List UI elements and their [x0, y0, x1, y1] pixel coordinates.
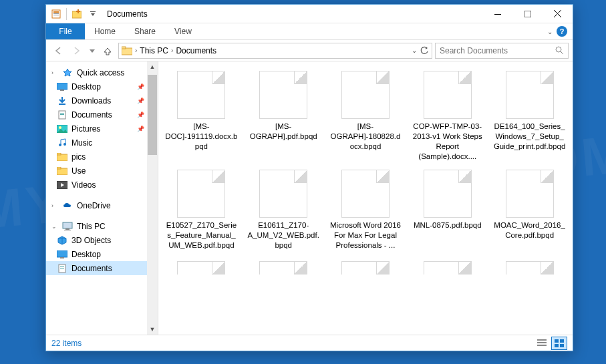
- svg-rect-13: [57, 83, 67, 89]
- ribbon: File Home Share View ⌄ ?: [46, 23, 573, 40]
- sidebar-item-desktop[interactable]: Desktop 📌: [46, 79, 158, 94]
- pc-icon: [62, 221, 73, 232]
- sidebar-item-downloads[interactable]: Downloads 📌: [46, 94, 158, 108]
- file-item[interactable]: MNL-0875.pdf.bpqd: [407, 167, 488, 253]
- close-button[interactable]: [543, 5, 573, 23]
- file-item[interactable]: DE164_100_Series_Windows_7_Setup_Guide_p…: [489, 68, 570, 164]
- file-item[interactable]: [MS-OGRAPH]-180828.docx.bpqd: [325, 68, 406, 164]
- file-icon: [177, 71, 225, 119]
- breadcrumb-this-pc[interactable]: This PC: [140, 46, 168, 55]
- forward-button[interactable]: [69, 43, 85, 59]
- tab-share[interactable]: Share: [125, 23, 165, 39]
- sidebar-scrollbar[interactable]: ▲ ▼: [147, 61, 158, 335]
- folder-icon: [122, 45, 132, 56]
- svg-rect-42: [560, 344, 564, 347]
- sidebar-item-label: Documents: [71, 264, 112, 273]
- file-icon: [424, 261, 472, 275]
- sidebar-item-music[interactable]: Music: [46, 136, 158, 150]
- desktop-icon: [57, 81, 67, 92]
- file-item[interactable]: [243, 258, 324, 277]
- ribbon-expand-icon[interactable]: ⌄: [547, 28, 553, 35]
- svg-rect-29: [65, 228, 69, 230]
- svg-rect-3: [53, 15, 59, 15]
- sidebar-item-label: Music: [71, 138, 92, 148]
- svg-point-20: [59, 126, 61, 129]
- scrollbar-thumb[interactable]: [148, 75, 157, 155]
- file-label: COP-WFP-TMP-03-2013-v1 Work Steps Report…: [411, 122, 484, 162]
- file-label: Microsoft Word 2016 For Max For Legal Pr…: [329, 220, 402, 250]
- file-item[interactable]: COP-WFP-TMP-03-2013-v1 Work Steps Report…: [407, 68, 488, 164]
- sidebar-quick-access[interactable]: › Quick access: [46, 65, 158, 79]
- file-item[interactable]: E10611_Z170-A_UM_V2_WEB.pdf.bpqd: [243, 167, 324, 253]
- properties-icon[interactable]: [49, 7, 63, 21]
- svg-rect-1: [53, 11, 59, 13]
- titlebar: Documents: [46, 5, 573, 23]
- svg-rect-6: [76, 11, 80, 12]
- file-icon: [424, 170, 472, 218]
- file-item[interactable]: MOAC_Word_2016_Core.pdf.bpqd: [489, 167, 570, 253]
- breadcrumb-documents[interactable]: Documents: [176, 46, 216, 55]
- minimize-button[interactable]: [482, 5, 512, 23]
- address-bar[interactable]: › This PC › Documents ⌄: [118, 43, 432, 59]
- sidebar-item-desktop-pc[interactable]: Desktop: [46, 247, 158, 261]
- qat-dropdown-icon[interactable]: [86, 7, 100, 21]
- file-item[interactable]: [MS-DOC]-191119.docx.bpqd: [161, 68, 242, 164]
- svg-rect-24: [57, 153, 61, 155]
- file-icon: [177, 261, 225, 275]
- refresh-icon[interactable]: [420, 46, 429, 55]
- sidebar-item-label: Videos: [71, 180, 96, 190]
- svg-rect-31: [57, 250, 67, 257]
- sidebar-item-videos[interactable]: Videos: [46, 178, 158, 192]
- svg-rect-30: [64, 230, 71, 230]
- address-dropdown-icon[interactable]: ⌄: [412, 47, 417, 54]
- file-item[interactable]: [489, 258, 570, 277]
- chevron-right-icon[interactable]: ›: [135, 47, 137, 54]
- chevron-right-icon[interactable]: ›: [171, 47, 173, 54]
- scroll-down-icon[interactable]: ▼: [147, 324, 158, 335]
- search-input[interactable]: [440, 46, 551, 55]
- file-item[interactable]: [407, 258, 488, 277]
- svg-rect-26: [57, 167, 61, 169]
- file-tab[interactable]: File: [46, 23, 85, 39]
- file-item[interactable]: [MS-OGRAPH].pdf.bpqd: [243, 68, 324, 164]
- pin-icon: 📌: [137, 83, 144, 90]
- sidebar-onedrive[interactable]: › OneDrive: [46, 198, 158, 212]
- svg-rect-40: [560, 339, 564, 343]
- maximize-button[interactable]: [512, 5, 543, 23]
- 3d-icon: [57, 235, 67, 246]
- svg-rect-36: [537, 339, 547, 341]
- scroll-up-icon[interactable]: ▲: [147, 61, 158, 72]
- sidebar-item-pictures[interactable]: Pictures 📌: [46, 122, 158, 136]
- file-item[interactable]: [161, 258, 242, 277]
- sidebar-item-3d-objects[interactable]: 3D Objects: [46, 233, 158, 247]
- sidebar-item-documents-pc[interactable]: Documents: [46, 261, 158, 275]
- file-item[interactable]: Microsoft Word 2016 For Max For Legal Pr…: [325, 167, 406, 253]
- sidebar-label: Quick access: [77, 68, 124, 77]
- file-item[interactable]: E10527_Z170_Series_Feature_Manual_UM_WEB…: [161, 167, 242, 253]
- file-label: MNL-0875.pdf.bpqd: [414, 220, 482, 230]
- back-button[interactable]: [50, 43, 66, 59]
- sidebar-item-documents[interactable]: Documents 📌: [46, 108, 158, 122]
- file-item[interactable]: [325, 258, 406, 277]
- view-icons-button[interactable]: [551, 337, 567, 350]
- downloads-icon: [57, 96, 67, 106]
- view-details-button[interactable]: [534, 337, 550, 350]
- sidebar-this-pc[interactable]: ⌄ This PC: [46, 219, 158, 233]
- explorer-window: Documents File Home Share View ⌄ ? › Thi…: [45, 4, 573, 351]
- up-button[interactable]: [100, 43, 116, 59]
- sidebar-item-label: Downloads: [71, 96, 111, 106]
- sidebar-item-use[interactable]: Use: [46, 164, 158, 178]
- tab-home[interactable]: Home: [85, 23, 125, 39]
- sidebar-label: OneDrive: [77, 201, 111, 210]
- pin-icon: 📌: [137, 98, 144, 104]
- sidebar-item-pics[interactable]: pics: [46, 150, 158, 164]
- file-label: [MS-OGRAPH]-180828.docx.bpqd: [329, 122, 402, 152]
- recent-dropdown-icon[interactable]: [88, 43, 97, 59]
- search-box[interactable]: [435, 43, 569, 59]
- new-folder-icon[interactable]: [69, 7, 84, 21]
- help-icon[interactable]: ?: [557, 26, 567, 37]
- file-icon: [259, 261, 307, 275]
- address-bar-row: › This PC › Documents ⌄: [46, 40, 573, 61]
- tab-view[interactable]: View: [165, 23, 201, 39]
- svg-rect-28: [63, 222, 72, 228]
